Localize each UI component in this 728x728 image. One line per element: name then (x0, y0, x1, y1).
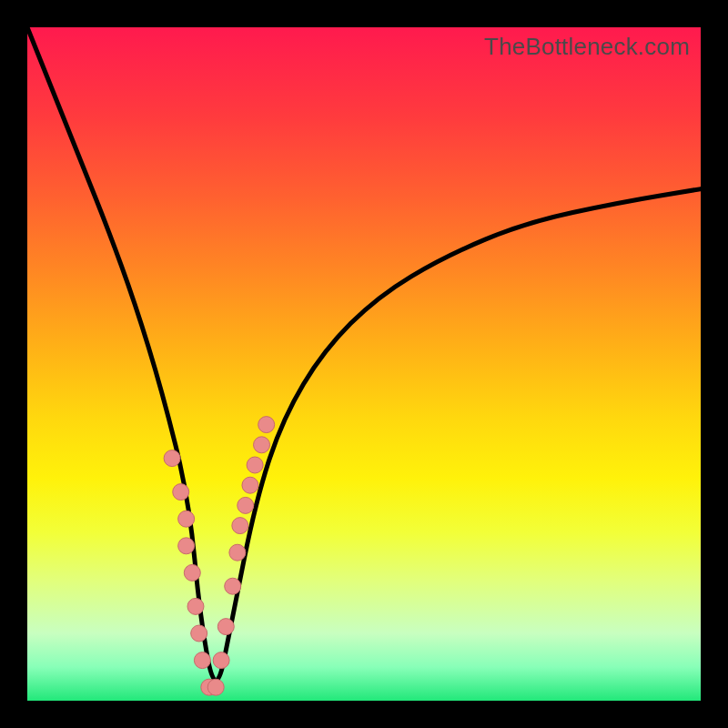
data-point (225, 578, 241, 594)
chart-plot-area: TheBottleneck.com (27, 27, 701, 701)
chart-svg (27, 27, 701, 701)
data-point (184, 564, 200, 581)
data-point (194, 652, 210, 669)
data-point (254, 437, 270, 453)
data-point (232, 518, 248, 534)
chart-frame: TheBottleneck.com (0, 0, 728, 728)
data-point (242, 477, 258, 493)
data-point (207, 679, 224, 695)
data-point (258, 417, 275, 433)
data-point (178, 511, 195, 527)
data-point (217, 619, 234, 635)
data-point (178, 538, 195, 554)
data-points-group (164, 417, 275, 696)
data-point (238, 497, 254, 513)
data-point (191, 625, 207, 642)
data-point (187, 598, 204, 614)
data-point (247, 457, 263, 473)
data-point (213, 652, 229, 669)
data-point (201, 679, 217, 695)
data-point (164, 450, 180, 467)
bottleneck-curve-path (27, 27, 701, 681)
data-point (173, 484, 189, 500)
watermark-text: TheBottleneck.com (484, 33, 690, 61)
data-point (229, 544, 246, 561)
